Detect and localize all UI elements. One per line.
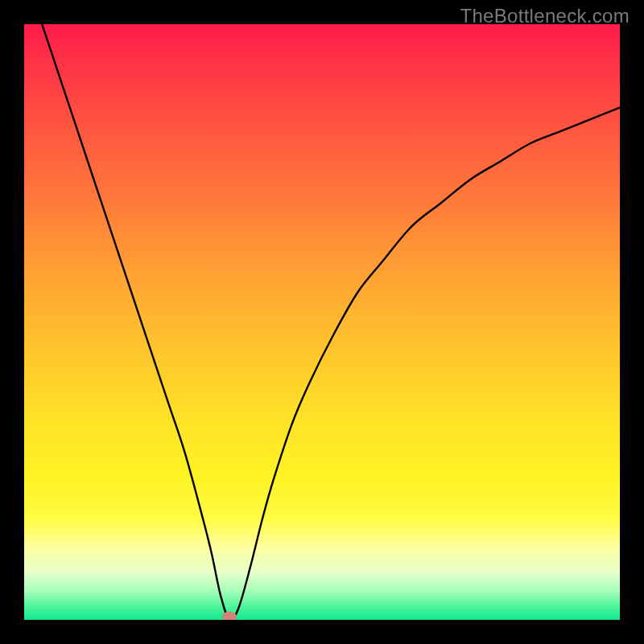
bottleneck-curve [24,24,620,620]
plot-area [24,24,620,620]
optimal-point-marker [222,612,237,620]
chart-frame: TheBottleneck.com [0,0,644,644]
watermark-text: TheBottleneck.com [460,5,630,27]
